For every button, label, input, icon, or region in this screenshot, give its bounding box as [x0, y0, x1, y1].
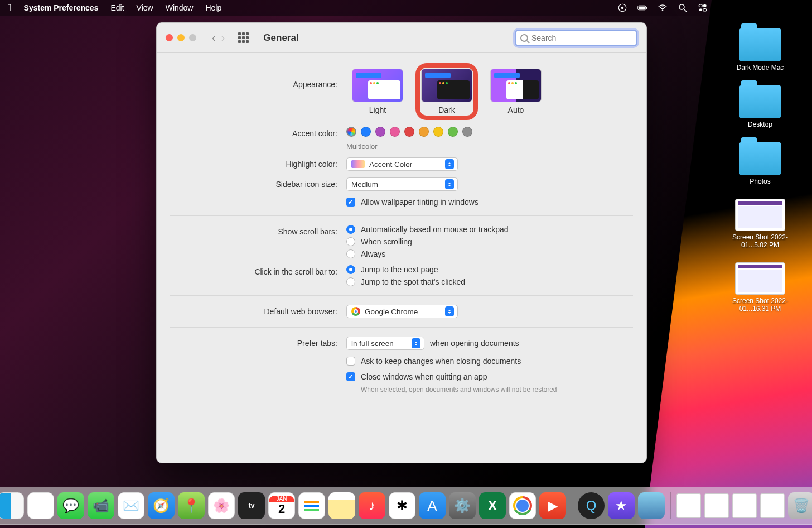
dock-minimized-3[interactable]: [732, 493, 757, 518]
dock: 💬 📹 ✉️ 🧭 📍 🌸 tv JAN2 ♪ ✱ A ⚙️ X ▶ Q ★ 🗑️: [0, 487, 812, 525]
app-menu[interactable]: System Preferences: [24, 3, 99, 12]
scrollbars-scrolling-radio[interactable]: [346, 237, 355, 246]
scrollbars-always-radio[interactable]: [346, 249, 355, 258]
accent-purple[interactable]: [375, 127, 385, 137]
tinting-checkbox[interactable]: ✓: [346, 198, 355, 207]
accent-pink[interactable]: [390, 127, 400, 137]
dock-facetime[interactable]: 📹: [88, 492, 114, 519]
ask-save-checkbox[interactable]: ✓: [346, 357, 355, 366]
control-center-icon[interactable]: [698, 3, 708, 13]
apple-menu-icon[interactable]: 􀣺: [8, 2, 12, 14]
dock-music[interactable]: ♪: [359, 492, 385, 519]
dock-slack[interactable]: ✱: [389, 492, 415, 519]
appearance-light[interactable]: Light: [346, 63, 409, 120]
desktop-icons: Dark Mode Mac Desktop Photos Screen Shot…: [718, 28, 802, 313]
search-field[interactable]: [515, 30, 637, 46]
close-windows-label: Close windows when quitting an app: [361, 372, 487, 381]
menu-view[interactable]: View: [137, 3, 153, 12]
dock-notes[interactable]: [328, 492, 355, 519]
accent-green[interactable]: [448, 127, 458, 137]
dock-minimized-2[interactable]: [704, 493, 729, 518]
appearance-label: Appearance:: [170, 63, 337, 89]
dock-systemprefs[interactable]: ⚙️: [449, 492, 476, 519]
dock-imovie[interactable]: ★: [608, 492, 635, 519]
accent-graphite[interactable]: [462, 127, 472, 137]
dock-trash[interactable]: 🗑️: [788, 492, 812, 519]
battery-icon[interactable]: [637, 3, 647, 13]
dock-preview[interactable]: [638, 492, 665, 519]
minimize-button[interactable]: [177, 34, 185, 41]
browser-select[interactable]: Google Chrome: [346, 305, 458, 318]
svg-rect-11: [703, 9, 707, 12]
tabs-suffix: when opening documents: [430, 339, 519, 348]
dock-separator: [670, 492, 671, 519]
menu-window[interactable]: Window: [166, 3, 194, 12]
system-preferences-window: ‹ › General Appearance: Light: [156, 22, 647, 463]
accent-name: Multicolor: [346, 142, 633, 151]
scrollclick-page-radio[interactable]: [346, 265, 355, 274]
accent-orange[interactable]: [419, 127, 429, 137]
dock-reminders[interactable]: [298, 492, 325, 519]
chrome-icon: [351, 307, 360, 316]
svg-rect-4: [646, 7, 647, 9]
highlight-select[interactable]: Accent Color: [346, 157, 458, 171]
spotlight-icon[interactable]: [678, 3, 688, 13]
ask-save-label: Ask to keep changes when closing documen…: [361, 357, 521, 366]
window-titlebar[interactable]: ‹ › General: [157, 23, 646, 53]
wifi-icon[interactable]: [658, 3, 668, 13]
accent-label: Accent color:: [170, 127, 337, 138]
tabs-select[interactable]: in full screen: [346, 337, 424, 350]
dock-minimized-4[interactable]: [760, 493, 785, 518]
dock-calendar[interactable]: JAN2: [268, 492, 295, 519]
menu-edit[interactable]: Edit: [110, 3, 124, 12]
screenshot-file-2[interactable]: Screen Shot 2022-01...16.31 PM: [721, 262, 799, 313]
scrollbars-label: Show scroll bars:: [170, 225, 337, 236]
back-button[interactable]: ‹: [212, 31, 216, 44]
menu-help[interactable]: Help: [205, 3, 221, 12]
accent-yellow[interactable]: [433, 127, 443, 137]
zoom-button[interactable]: [189, 34, 196, 41]
close-button[interactable]: [166, 34, 173, 41]
search-input[interactable]: [531, 33, 632, 42]
sidebar-size-label: Sidebar icon size:: [170, 177, 337, 189]
menu-bar: 􀣺 System Preferences Edit View Window He…: [0, 0, 812, 16]
dock-separator: [572, 492, 572, 519]
dock-photos[interactable]: 🌸: [208, 492, 235, 519]
dock-quicktime[interactable]: Q: [578, 492, 605, 519]
dock-finder[interactable]: [0, 492, 24, 519]
dock-chrome[interactable]: [509, 492, 536, 519]
tabs-label: Prefer tabs:: [170, 337, 337, 348]
dock-messages[interactable]: 💬: [57, 492, 84, 519]
accent-blue[interactable]: [361, 127, 371, 137]
close-windows-checkbox[interactable]: ✓: [346, 372, 355, 381]
dock-minimized-1[interactable]: [676, 493, 701, 518]
preferences-content: Appearance: Light Dark Auto: [157, 53, 646, 463]
dock-appstore[interactable]: A: [419, 492, 446, 519]
dock-safari[interactable]: 🧭: [148, 492, 175, 519]
forward-button: ›: [221, 31, 225, 44]
scrollbars-auto-radio[interactable]: [346, 225, 355, 234]
sidebar-size-select[interactable]: Medium: [346, 177, 458, 191]
dock-mail[interactable]: ✉️: [118, 492, 144, 519]
dock-excel[interactable]: X: [479, 492, 506, 519]
appearance-auto[interactable]: Auto: [485, 63, 547, 120]
search-icon: [520, 34, 528, 42]
scrollclick-spot-radio[interactable]: [346, 277, 355, 286]
appearance-dark[interactable]: Dark: [415, 63, 478, 120]
dock-launchpad[interactable]: [27, 492, 54, 519]
accent-multicolor[interactable]: [346, 127, 356, 137]
dock-maps[interactable]: 📍: [178, 492, 205, 519]
scrollclick-label: Click in the scroll bar to:: [170, 265, 337, 276]
dock-appletv[interactable]: tv: [238, 492, 265, 519]
screenrecord-icon[interactable]: [617, 3, 627, 13]
folder-dark-mode-mac[interactable]: Dark Mode Mac: [721, 28, 799, 71]
accent-red[interactable]: [404, 127, 414, 137]
divider: [170, 327, 633, 328]
tinting-label: Allow wallpaper tinting in windows: [361, 198, 478, 207]
folder-desktop[interactable]: Desktop: [721, 85, 799, 128]
show-all-button[interactable]: [238, 32, 249, 43]
folder-photos[interactable]: Photos: [721, 142, 799, 185]
svg-point-1: [621, 7, 624, 9]
dock-snagit[interactable]: ▶: [539, 492, 566, 519]
screenshot-file-1[interactable]: Screen Shot 2022-01...5.02 PM: [721, 199, 799, 249]
